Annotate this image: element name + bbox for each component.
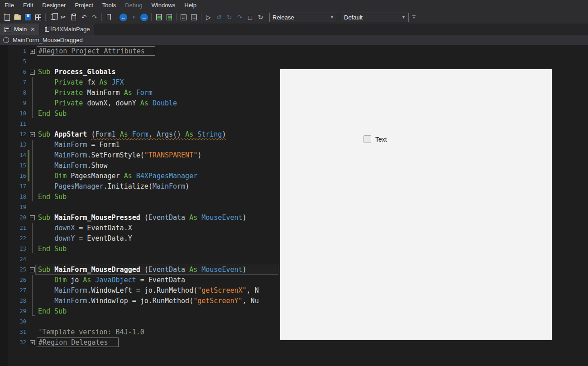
line-number: 31 (0, 327, 26, 337)
form-preview-panel: Text (280, 69, 552, 340)
line-number: 18 (0, 192, 26, 202)
copy-icon[interactable] (48, 12, 57, 22)
menu-designer[interactable]: Designer (38, 0, 70, 11)
code-text: End Sub (38, 306, 67, 317)
code-text: MainForm = Form1 (38, 140, 120, 150)
menu-windows[interactable]: Windows (147, 0, 180, 11)
line-number: 26 (0, 275, 26, 285)
debug-step-over-icon[interactable]: ↷ (235, 12, 244, 22)
line-number: 7 (0, 77, 26, 88)
run-icon[interactable]: ▷ (204, 12, 213, 22)
code-text: downX = EventData.X (38, 223, 132, 233)
line-number: 27 (0, 285, 26, 296)
tab-main[interactable]: Main ✕ (0, 24, 39, 35)
checkbox-control[interactable]: Text (363, 135, 387, 143)
menu-help[interactable]: Help (180, 0, 201, 11)
breadcrumb[interactable]: MainForm_MouseDragged (0, 35, 588, 45)
changed-line-bar (28, 150, 29, 161)
chevron-down-icon: ▼ (330, 15, 334, 19)
debug-resume-icon[interactable]: ↺ (214, 12, 224, 22)
checkbox-label: Text (375, 136, 387, 143)
collapsed-region-box[interactable]: #Region Delegates (37, 337, 119, 347)
close-icon[interactable]: ✕ (30, 26, 35, 33)
menu-project[interactable]: Project (70, 0, 97, 11)
toolbar-separator (116, 13, 116, 21)
navigate-back-icon[interactable]: ← (119, 12, 128, 22)
line-number: 11 (0, 119, 26, 129)
uncomment-icon[interactable] (164, 12, 174, 22)
tab-b4xmainpage[interactable]: B4XMainPage (40, 24, 94, 35)
line-number: 24 (0, 254, 26, 265)
collapse-region-icon[interactable]: − (30, 215, 35, 220)
navigate-forward-icon[interactable]: → (139, 12, 149, 22)
ide-window: FileEditDesignerProjectToolsDebugWindows… (0, 0, 588, 366)
code-text: Sub AppStart (Form1 As Form, Args() As S… (38, 129, 226, 140)
line-number: 13 (0, 140, 26, 150)
code-line[interactable]: 5 (0, 57, 588, 67)
layout-variant-dropdown[interactable]: Default ▼ (341, 13, 409, 22)
code-text: End Sub (38, 244, 67, 254)
redo-icon[interactable]: ↷ (90, 12, 99, 22)
collapse-region-icon[interactable]: − (30, 267, 35, 272)
code-text: Sub MainForm_MouseDragged (EventData As … (38, 265, 247, 275)
stop-icon[interactable]: ◻ (245, 12, 255, 22)
toolbar-separator (45, 13, 46, 21)
checkbox-icon[interactable] (363, 135, 371, 143)
form-tab-icon (5, 27, 11, 32)
code-text: 'Template version: B4J-1.0 (38, 327, 144, 337)
cut-icon[interactable]: ✂ (58, 12, 68, 22)
line-number: 5 (0, 57, 26, 67)
code-text: MainForm.WindowTop = jo.RunMethod("getSc… (38, 296, 259, 306)
line-number: 19 (0, 202, 26, 213)
line-number: 29 (0, 306, 26, 317)
code-text: Sub Process_Globals (38, 67, 116, 77)
collapsed-region-box[interactable]: #Region Project Attributes (37, 46, 155, 56)
code-text: PagesManager.Initialize(MainForm) (38, 181, 189, 192)
back-history-dropdown-icon[interactable]: ▾ (129, 12, 139, 22)
toolbar: ✶✂↶↷←▾→←→▷↺↻↷◻↻ Release ▼ Default ▼ ▾ (0, 11, 588, 24)
line-number: 6 (0, 67, 26, 77)
changed-line-bar (28, 161, 29, 171)
shift-left-icon[interactable]: ← (179, 12, 188, 22)
collapse-region-icon[interactable]: − (30, 70, 35, 75)
code-text: Dim PagesManager As B4XPagesManager (38, 171, 197, 181)
menu-file[interactable]: File (0, 0, 19, 11)
collapse-region-icon[interactable]: − (30, 132, 35, 137)
code-text: Private downX, downY As Double (38, 98, 177, 109)
paste-icon[interactable] (69, 12, 78, 22)
comment-icon[interactable] (154, 12, 163, 22)
build-configuration-value: Release (272, 14, 294, 21)
code-text: Dim jo As JavaObject = EventData (38, 275, 185, 285)
code-text: End Sub (38, 192, 67, 202)
modules-icon[interactable] (33, 12, 43, 22)
line-number: 22 (0, 233, 26, 244)
open-icon[interactable] (13, 12, 22, 22)
line-number: 16 (0, 171, 26, 181)
toolbar-separator (101, 13, 102, 21)
restart-icon[interactable]: ↻ (256, 12, 265, 22)
debug-step-icon[interactable]: ↻ (225, 12, 234, 22)
tab-b4xmainpage-label: B4XMainPage (52, 26, 90, 33)
tab-bar: Main ✕ B4XMainPage (0, 24, 588, 35)
toolbar-overflow-icon[interactable]: ▾ (412, 15, 416, 19)
menu-edit[interactable]: Edit (19, 0, 38, 11)
code-text: #Region Project Attributes (38, 46, 155, 57)
code-text: Private fx As JFX (38, 77, 124, 88)
line-number: 21 (0, 223, 26, 233)
code-text: MainForm.WindowLeft = jo.RunMethod("getS… (38, 285, 259, 296)
bookmark-icon[interactable] (104, 12, 114, 22)
new-icon[interactable]: ✶ (2, 12, 12, 22)
build-configuration-dropdown[interactable]: Release ▼ (269, 13, 337, 22)
code-text: Private MainForm As Form (38, 88, 153, 98)
save-icon[interactable] (23, 12, 33, 22)
code-line[interactable]: 1+#Region Project Attributes (0, 46, 588, 57)
shift-right-icon[interactable]: → (189, 12, 199, 22)
expand-region-icon[interactable]: + (30, 49, 35, 54)
undo-icon[interactable]: ↶ (79, 12, 89, 22)
expand-region-icon[interactable]: + (30, 340, 35, 345)
line-number: 20 (0, 213, 26, 223)
line-number: 23 (0, 244, 26, 254)
line-number: 15 (0, 161, 26, 171)
line-number: 30 (0, 317, 26, 327)
menu-tools[interactable]: Tools (98, 0, 120, 11)
